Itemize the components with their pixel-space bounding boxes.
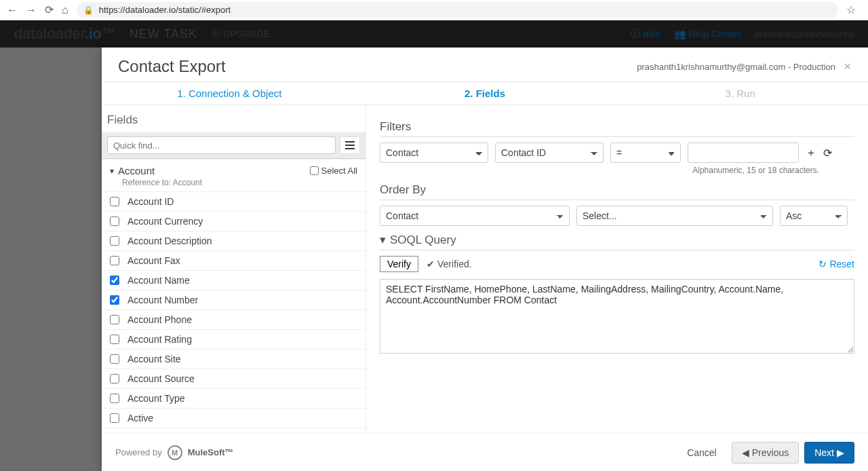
reset-link[interactable]: ↻Reset (818, 259, 854, 269)
order-dir-select[interactable]: Asc (780, 206, 848, 226)
field-label: Account Phone (127, 314, 192, 325)
url-bar[interactable]: 🔒 https://dataloader.io/static/#export (77, 2, 838, 18)
url-text: https://dataloader.io/static/#export (99, 5, 231, 15)
field-label: Account Source (127, 373, 195, 384)
filters-row: Contact Contact ID = ＋ ⟳ (380, 143, 854, 163)
step-connection[interactable]: 1. Connection & Object (102, 82, 357, 105)
field-row[interactable]: Account Rating (102, 329, 366, 349)
orderby-row: Contact Select... Asc (380, 206, 854, 226)
powered-by: Powered by M MuleSoft™ (115, 445, 234, 460)
field-row[interactable]: Account Name (102, 270, 366, 290)
field-row[interactable]: Account Fax (102, 250, 366, 270)
field-label: Account Number (127, 295, 198, 305)
field-checkbox[interactable] (110, 335, 119, 344)
field-checkbox[interactable] (110, 295, 119, 305)
verified-label: ✔Verified. (427, 259, 472, 269)
field-label: Account Name (127, 275, 190, 286)
group-reference: Reference to: Account (102, 178, 366, 191)
modal-header: Contact Export prashanth1krishnamurthy@g… (102, 48, 868, 81)
fields-menu-button[interactable] (340, 136, 360, 154)
wizard-steps: 1. Connection & Object 2. Fields 3. Run (102, 81, 868, 105)
select-all-checkbox[interactable] (310, 166, 319, 175)
field-label: Account Fax (127, 255, 180, 266)
back-icon[interactable]: ← (7, 4, 18, 16)
order-object-select[interactable]: Contact (380, 206, 570, 226)
field-row[interactable]: Account Currency (102, 211, 366, 231)
forward-icon[interactable]: → (26, 4, 37, 16)
check-icon: ✔ (427, 259, 435, 269)
fields-panel: Fields ▾ Account Select All Reference to… (102, 105, 366, 433)
filter-hint: Alphanumeric, 15 or 18 characters. (380, 166, 819, 175)
close-icon[interactable]: ✕ (844, 61, 852, 72)
select-all-label: Select All (321, 166, 357, 176)
field-label: Account Description (127, 236, 212, 246)
field-row[interactable]: Account Type (102, 388, 366, 408)
orderby-title: Order By (380, 183, 854, 200)
filter-object-select[interactable]: Contact (380, 143, 488, 163)
soql-textarea[interactable]: SELECT FirstName, HomePhone, LastName, M… (380, 279, 854, 354)
field-label: Account Type (127, 393, 185, 404)
previous-label: Previous (752, 447, 789, 458)
filter-value-input[interactable] (688, 143, 799, 163)
step-fields[interactable]: 2. Fields (357, 82, 613, 105)
step-run[interactable]: 3. Run (612, 82, 868, 105)
field-checkbox[interactable] (110, 374, 119, 383)
field-label: Account Site (127, 354, 181, 364)
star-icon[interactable]: ☆ (846, 3, 856, 16)
field-label: Account ID (127, 196, 174, 207)
caret-right-icon: ▶ (837, 447, 844, 458)
refresh-filter-icon[interactable]: ⟳ (823, 147, 832, 159)
filter-field-select[interactable]: Contact ID (495, 143, 604, 163)
caret-left-icon: ◀ (742, 447, 749, 458)
add-filter-icon[interactable]: ＋ (806, 146, 816, 160)
field-checkbox[interactable] (110, 413, 119, 423)
field-checkbox[interactable] (110, 197, 119, 206)
fields-search-bar (102, 132, 366, 159)
field-checkbox[interactable] (110, 276, 119, 285)
fields-list[interactable]: ▾ Account Select All Reference to: Accou… (102, 159, 366, 433)
filters-title: Filters (380, 120, 854, 137)
quick-find-input[interactable] (107, 136, 336, 154)
group-header-account[interactable]: ▾ Account Select All (102, 159, 366, 178)
field-checkbox[interactable] (110, 394, 119, 403)
right-panel: Filters Contact Contact ID = ＋ ⟳ Alphanu… (366, 105, 868, 433)
field-checkbox[interactable] (110, 236, 119, 246)
field-row[interactable]: Account Description (102, 231, 366, 250)
previous-button[interactable]: ◀Previous (732, 442, 799, 464)
field-checkbox[interactable] (110, 216, 119, 226)
field-row[interactable]: Account Site (102, 349, 366, 369)
select-all[interactable]: Select All (310, 166, 357, 176)
mulesoft-label: MuleSoft™ (188, 447, 234, 457)
home-icon[interactable]: ⌂ (62, 4, 68, 16)
field-row[interactable]: Account Phone (102, 309, 366, 329)
menu-icon (345, 141, 355, 149)
field-label: Account Rating (127, 334, 192, 345)
soql-title[interactable]: ▾ SOQL Query (380, 233, 854, 250)
svg-rect-1 (345, 145, 355, 146)
svg-rect-2 (345, 148, 355, 149)
field-row[interactable]: Annual Revenue (102, 428, 366, 433)
field-checkbox[interactable] (110, 354, 119, 364)
field-checkbox[interactable] (110, 315, 119, 324)
reload-icon[interactable]: ⟳ (45, 3, 54, 16)
next-button[interactable]: Next▶ (804, 442, 854, 464)
fields-title: Fields (102, 105, 366, 132)
chevron-down-icon: ▾ (110, 166, 114, 176)
field-row[interactable]: Active (102, 408, 366, 428)
next-label: Next (814, 447, 834, 458)
soql-title-label: SOQL Query (390, 233, 456, 247)
cancel-button[interactable]: Cancel (677, 442, 726, 464)
reset-label: Reset (829, 259, 854, 269)
field-checkbox[interactable] (110, 256, 119, 265)
order-field-select[interactable]: Select... (576, 206, 773, 226)
export-modal: Contact Export prashanth1krishnamurthy@g… (102, 48, 868, 471)
field-row[interactable]: Account Source (102, 369, 366, 388)
modal-footer: Powered by M MuleSoft™ Cancel ◀Previous … (102, 433, 868, 471)
modal-title: Contact Export (118, 57, 226, 76)
field-label: Account Currency (127, 216, 203, 227)
filter-op-select[interactable]: = (610, 143, 681, 163)
verify-button[interactable]: Verify (380, 256, 418, 272)
field-row[interactable]: Account Number (102, 290, 366, 309)
field-row[interactable]: Account ID (102, 191, 366, 211)
group-name: Account (118, 165, 155, 176)
